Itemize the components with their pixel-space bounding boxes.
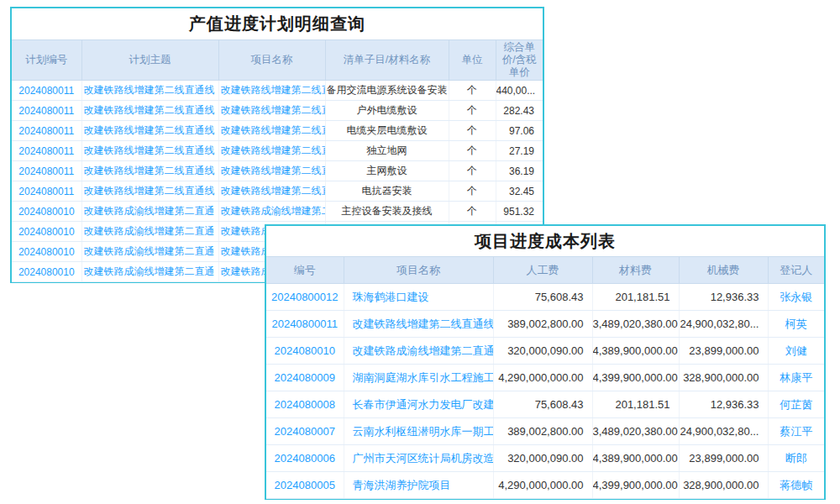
cell-labor-fee: 320,000,090.00 bbox=[493, 338, 592, 365]
cell-material-fee: 201,181.51 bbox=[592, 391, 679, 418]
cell-project-name[interactable]: 改建铁路线增建第二线直通线 bbox=[218, 101, 325, 121]
cell-project-name[interactable]: 改建铁路成渝线增建第二直通... bbox=[344, 338, 493, 365]
cell-plan-subject[interactable]: 改建铁路成渝线增建第二直通 bbox=[81, 202, 218, 222]
cell-machine-fee: 24,900,032,80... bbox=[679, 311, 768, 338]
cell-plan-subject[interactable]: 改建铁路线增建第二线直通线 bbox=[81, 121, 218, 141]
cell-project-name[interactable]: 改建铁路线增建第二线直通线... bbox=[344, 311, 493, 338]
table-row: 2024080010改建铁路成渝线增建第二直通...320,000,090.00… bbox=[266, 338, 824, 365]
cell-plan-subject[interactable]: 改建铁路线增建第二线直通线 bbox=[81, 101, 218, 121]
cell-unit-price: 97.06 bbox=[496, 121, 543, 141]
cell-labor-fee: 75,608.43 bbox=[493, 284, 592, 311]
cell-project-name[interactable]: 广州市天河区统计局机房改造... bbox=[344, 445, 493, 472]
cell-project-name[interactable]: 湖南洞庭湖水库引水工程施工... bbox=[344, 365, 493, 391]
cell-project-name[interactable]: 改建铁路成渝线增建第二直通 bbox=[218, 202, 325, 222]
cell-registrant[interactable]: 张永银 bbox=[768, 284, 824, 311]
cell-unit: 个 bbox=[449, 181, 496, 202]
column-header: 登记人 bbox=[768, 257, 824, 284]
cell-registrant[interactable]: 刘健 bbox=[768, 338, 824, 365]
cell-material-fee: 4,389,900,000.00 bbox=[592, 338, 679, 365]
table-row: 2024080008长春市伊通河水力发电厂改建...75,608.43201,1… bbox=[266, 391, 824, 418]
cell-item-name: 备用交流电源系统设备安装 bbox=[325, 81, 449, 101]
cell-registrant[interactable]: 蒋德帧 bbox=[768, 472, 824, 499]
cell-plan-no[interactable]: 2024080011 bbox=[12, 81, 81, 101]
column-header: 材料费 bbox=[592, 257, 679, 284]
cell-labor-fee: 389,002,800.00 bbox=[493, 311, 592, 338]
cell-unit-price: 282.43 bbox=[496, 101, 543, 121]
table-row: 2024080006广州市天河区统计局机房改造...320,000,090.00… bbox=[266, 445, 824, 472]
cell-plan-no[interactable]: 2024080011 bbox=[12, 101, 81, 121]
table-row: 2024080009湖南洞庭湖水库引水工程施工...4,290,000,000.… bbox=[266, 365, 824, 391]
table-row: 2024080011改建铁路线增建第二线直通线改建铁路线增建第二线直通线电缆夹层… bbox=[12, 121, 543, 141]
cell-no[interactable]: 20240800011 bbox=[266, 311, 344, 338]
cell-no[interactable]: 2024080010 bbox=[266, 338, 344, 365]
cell-project-name[interactable]: 改建铁路线增建第二线直通线 bbox=[218, 141, 325, 161]
cell-labor-fee: 389,002,800.00 bbox=[493, 418, 592, 445]
cell-material-fee: 3,489,020,380.00 bbox=[592, 418, 679, 445]
table-row: 2024080007云南水利枢纽潜明水库一期工...389,002,800.00… bbox=[266, 418, 824, 445]
cell-no[interactable]: 2024080008 bbox=[266, 391, 344, 418]
cell-registrant[interactable]: 断郎 bbox=[768, 445, 824, 472]
cost-list-panel: 项目进度成本列表 编号项目名称人工费材料费机械费登记人 20240800012珠… bbox=[265, 224, 826, 500]
table-row: 2024080011改建铁路线增建第二线直通线改建铁路线增建第二线直通线户外电缆… bbox=[12, 101, 543, 121]
cell-plan-subject[interactable]: 改建铁路线增建第二线直通线 bbox=[81, 181, 218, 202]
table-row: 2024080011改建铁路线增建第二线直通线改建铁路线增建第二线直通线备用交流… bbox=[12, 81, 543, 101]
cell-unit-price: 27.19 bbox=[496, 141, 543, 161]
cell-no[interactable]: 2024080007 bbox=[266, 418, 344, 445]
cell-plan-subject[interactable]: 改建铁路线增建第二线直通线 bbox=[81, 161, 218, 181]
cell-unit-price: 951.32 bbox=[496, 202, 543, 222]
cell-project-name[interactable]: 改建铁路线增建第二线直通线 bbox=[218, 181, 325, 202]
cell-item-name: 电抗器安装 bbox=[325, 181, 449, 202]
cell-registrant[interactable]: 蔡江平 bbox=[768, 418, 824, 445]
cell-registrant[interactable]: 柯英 bbox=[768, 311, 824, 338]
cell-machine-fee: 24,900,032,80... bbox=[679, 418, 768, 445]
cell-plan-no[interactable]: 2024080010 bbox=[12, 262, 81, 282]
cell-plan-no[interactable]: 2024080010 bbox=[12, 202, 81, 222]
cell-unit: 个 bbox=[449, 161, 496, 181]
column-header: 人工费 bbox=[493, 257, 592, 284]
cell-registrant[interactable]: 何芷茵 bbox=[768, 391, 824, 418]
cell-plan-no[interactable]: 2024080011 bbox=[12, 181, 81, 202]
cell-project-name[interactable]: 改建铁路线增建第二线直通线 bbox=[218, 81, 325, 101]
cell-plan-no[interactable]: 2024080010 bbox=[12, 242, 81, 262]
cell-plan-no[interactable]: 2024080011 bbox=[12, 141, 81, 161]
cell-project-name[interactable]: 改建铁路线增建第二线直通线 bbox=[218, 161, 325, 181]
cell-no[interactable]: 2024080006 bbox=[266, 445, 344, 472]
cell-labor-fee: 75,608.43 bbox=[493, 391, 592, 418]
cell-plan-subject[interactable]: 改建铁路成渝线增建第二直通 bbox=[81, 222, 218, 242]
table-header-row: 编号项目名称人工费材料费机械费登记人 bbox=[266, 257, 824, 284]
table-row: 20240800011改建铁路线增建第二线直通线...389,002,800.0… bbox=[266, 311, 824, 338]
cell-plan-subject[interactable]: 改建铁路成渝线增建第二直通 bbox=[81, 242, 218, 262]
cell-material-fee: 3,489,020,380.00 bbox=[592, 311, 679, 338]
cell-plan-no[interactable]: 2024080010 bbox=[12, 222, 81, 242]
cell-project-name[interactable]: 青海洪湖养护院项目 bbox=[344, 472, 493, 499]
column-header: 项目名称 bbox=[344, 257, 493, 284]
cell-unit: 个 bbox=[449, 202, 496, 222]
cell-plan-subject[interactable]: 改建铁路线增建第二线直通线 bbox=[81, 141, 218, 161]
cell-plan-no[interactable]: 2024080011 bbox=[12, 121, 81, 141]
column-header: 单位 bbox=[449, 40, 496, 81]
cell-project-name[interactable]: 长春市伊通河水力发电厂改建... bbox=[344, 391, 493, 418]
cell-plan-no[interactable]: 2024080011 bbox=[12, 161, 81, 181]
table-row: 2024080011改建铁路线增建第二线直通线改建铁路线增建第二线直通线独立地网… bbox=[12, 141, 543, 161]
cell-unit: 个 bbox=[449, 101, 496, 121]
cell-project-name[interactable]: 珠海鹤港口建设 bbox=[344, 284, 493, 311]
cell-plan-subject[interactable]: 改建铁路成渝线增建第二直通 bbox=[81, 262, 218, 282]
cell-item-name: 独立地网 bbox=[325, 141, 449, 161]
cost-list-table: 编号项目名称人工费材料费机械费登记人 20240800012珠海鹤港口建设75,… bbox=[266, 256, 824, 499]
cell-project-name[interactable]: 改建铁路线增建第二线直通线 bbox=[218, 121, 325, 141]
column-header: 项目名称 bbox=[218, 40, 325, 81]
table-header-row: 计划编号计划主题项目名称清单子目/材料名称单位综合单价/含税单价 bbox=[12, 40, 543, 81]
cell-no[interactable]: 20240800012 bbox=[266, 284, 344, 311]
cell-no[interactable]: 2024080005 bbox=[266, 472, 344, 499]
column-header: 综合单价/含税单价 bbox=[496, 40, 543, 81]
cell-project-name[interactable]: 云南水利枢纽潜明水库一期工... bbox=[344, 418, 493, 445]
cell-no[interactable]: 2024080009 bbox=[266, 365, 344, 391]
cell-registrant[interactable]: 林康平 bbox=[768, 365, 824, 391]
cell-machine-fee: 12,936.33 bbox=[679, 284, 768, 311]
cell-unit-price: 36.19 bbox=[496, 161, 543, 181]
cell-plan-subject[interactable]: 改建铁路线增建第二线直通线 bbox=[81, 81, 218, 101]
cell-unit-price: 32.45 bbox=[496, 181, 543, 202]
cell-machine-fee: 328,900,000.00 bbox=[679, 472, 768, 499]
column-header: 计划编号 bbox=[12, 40, 81, 81]
cell-material-fee: 4,399,900,000.00 bbox=[592, 365, 679, 391]
